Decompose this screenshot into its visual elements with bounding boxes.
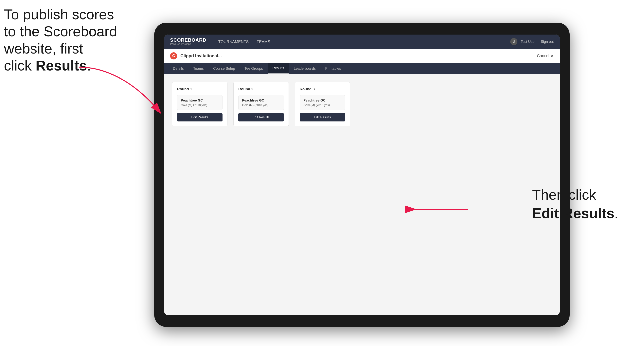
top-nav: SCOREBOARD Powered by clippd TOURNAMENTS…	[164, 34, 560, 49]
round-1-course-card: Peachtree GC Gold (M) (7010 yds)	[177, 95, 222, 110]
round-2-course-detail: Gold (M) (7010 yds)	[242, 103, 280, 107]
round-3-edit-results-button[interactable]: Edit Results	[300, 113, 345, 122]
round-3-course-detail: Gold (M) (7010 yds)	[304, 103, 342, 107]
tab-leaderboards[interactable]: Leaderboards	[289, 63, 320, 74]
round-2-course-card: Peachtree GC Gold (M) (7010 yds)	[238, 95, 284, 110]
tournament-header: C Clippd Invitational... Cancel ✕	[164, 49, 560, 63]
tab-printables[interactable]: Printables	[320, 63, 346, 74]
round-3-title: Round 3	[300, 87, 345, 91]
round-2-card: Round 2 Peachtree GC Gold (M) (7010 yds)…	[234, 82, 289, 126]
annotation-right: Then click Edit Results.	[532, 186, 618, 223]
sub-nav: Details Teams Course Setup Tee Groups Re…	[164, 63, 560, 74]
round-1-course-name: Peachtree GC	[181, 99, 219, 103]
tablet-screen: SCOREBOARD Powered by clippd TOURNAMENTS…	[164, 34, 560, 315]
round-1-edit-results-button[interactable]: Edit Results	[177, 113, 222, 122]
tab-details[interactable]: Details	[168, 63, 188, 74]
nav-tournaments[interactable]: TOURNAMENTS	[218, 38, 248, 45]
close-icon: ✕	[550, 53, 554, 58]
logo-title: SCOREBOARD	[170, 38, 206, 42]
logo-area: SCOREBOARD Powered by clippd	[170, 38, 206, 46]
round-3-course-card: Peachtree GC Gold (M) (7010 yds)	[300, 95, 345, 110]
round-2-title: Round 2	[238, 87, 284, 91]
user-avatar: U	[510, 38, 518, 45]
annotation-left: To publish scores to the Scoreboard webs…	[4, 6, 117, 74]
tournament-name: Clippd Invitational...	[180, 53, 537, 58]
round-3-course-name: Peachtree GC	[304, 99, 342, 103]
round-1-course-detail: Gold (M) (7010 yds)	[181, 103, 219, 107]
tab-tee-groups[interactable]: Tee Groups	[240, 63, 268, 74]
round-1-card: Round 1 Peachtree GC Gold (M) (7010 yds)…	[172, 82, 228, 126]
round-1-title: Round 1	[177, 87, 222, 91]
tablet-device: SCOREBOARD Powered by clippd TOURNAMENTS…	[154, 23, 570, 327]
rounds-row: Round 1 Peachtree GC Gold (M) (7010 yds)…	[172, 82, 552, 126]
nav-teams[interactable]: TEAMS	[256, 38, 270, 45]
round-2-edit-results-button[interactable]: Edit Results	[238, 113, 284, 122]
round-3-card: Round 3 Peachtree GC Gold (M) (7010 yds)…	[295, 82, 350, 126]
round-2-course-name: Peachtree GC	[242, 99, 280, 103]
tab-teams[interactable]: Teams	[188, 63, 208, 74]
tournament-icon: C	[170, 52, 177, 59]
cancel-button[interactable]: Cancel ✕	[537, 53, 554, 58]
nav-right: U Test User | Sign out	[510, 38, 554, 45]
user-text: Test User |	[520, 40, 538, 44]
nav-links: TOURNAMENTS TEAMS	[218, 38, 510, 45]
logo-sub: Powered by clippd	[170, 42, 206, 46]
tab-course-setup[interactable]: Course Setup	[208, 63, 240, 74]
sign-out-link[interactable]: Sign out	[541, 40, 554, 44]
main-content: Round 1 Peachtree GC Gold (M) (7010 yds)…	[164, 74, 560, 315]
tab-results[interactable]: Results	[268, 63, 289, 74]
